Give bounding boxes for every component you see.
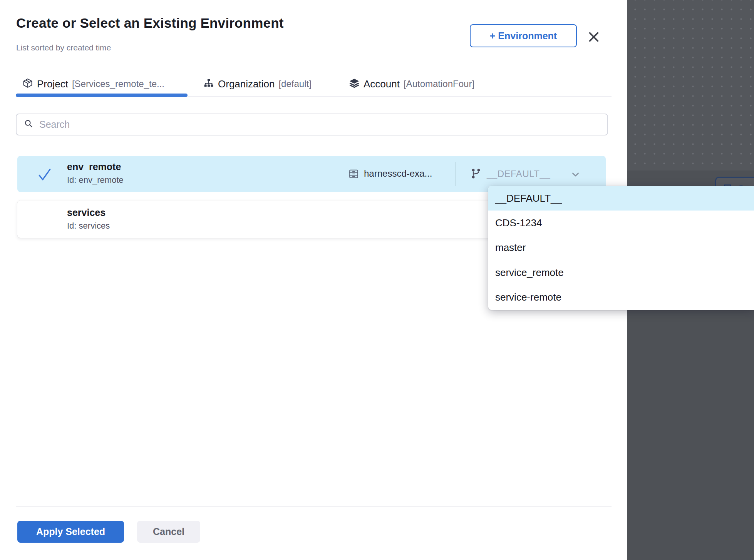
tab-project-scope: [Services_remote_te...	[72, 79, 164, 89]
environment-id: Id: env_remote	[67, 175, 124, 185]
tab-organization-label: Organization	[218, 78, 275, 90]
search-input[interactable]	[39, 114, 607, 135]
branch-option-default[interactable]: __DEFAULT__	[488, 186, 754, 211]
repository-name: harnesscd-exa...	[364, 168, 432, 179]
pipeline-canvas-backdrop	[627, 0, 754, 171]
branch-option-cds-1234[interactable]: CDS-1234	[488, 211, 754, 235]
tab-organization-scope: [default]	[278, 79, 311, 89]
sort-hint-text: List sorted by created time	[16, 43, 111, 52]
tab-project-label: Project	[37, 78, 68, 90]
tab-account-scope: [AutomationFour]	[404, 79, 474, 89]
page-title: Create or Select an Existing Environment	[16, 15, 284, 31]
repository-icon	[348, 168, 360, 181]
screen: Sav Create or Select an Existing Environ…	[0, 0, 754, 560]
tab-account[interactable]: Account [AutomationFour]	[349, 75, 474, 92]
footer-divider	[16, 506, 612, 507]
git-branch-icon	[470, 168, 482, 181]
check-icon	[37, 167, 53, 183]
environment-name: services	[67, 207, 110, 218]
cube-icon	[22, 78, 33, 90]
tab-account-label: Account	[364, 78, 400, 90]
environment-id: Id: services	[67, 221, 110, 231]
environment-info: env_remote Id: env_remote	[67, 161, 124, 185]
branch-option-service-underscore-remote[interactable]: service_remote	[488, 260, 754, 285]
branch-select-value[interactable]: __DEFAULT__	[487, 169, 550, 179]
branch-option-service-dash-remote[interactable]: service-remote	[488, 285, 754, 310]
close-icon[interactable]	[585, 28, 602, 45]
row-divider	[456, 162, 456, 186]
new-environment-button[interactable]: + Environment	[470, 24, 577, 47]
apply-selected-button[interactable]: Apply Selected	[17, 521, 124, 543]
search-icon	[23, 119, 34, 130]
active-tab-indicator	[16, 94, 188, 97]
layers-icon	[349, 78, 360, 90]
tab-project[interactable]: Project [Services_remote_te...	[22, 75, 164, 92]
environment-info: services Id: services	[67, 207, 110, 231]
chevron-down-icon[interactable]	[571, 170, 580, 181]
org-chart-icon	[203, 78, 214, 90]
search-container	[16, 114, 608, 135]
branch-option-master[interactable]: master	[488, 236, 754, 260]
branch-dropdown-menu: __DEFAULT__ CDS-1234 master service_remo…	[488, 186, 754, 310]
cancel-button[interactable]: Cancel	[137, 521, 200, 543]
environment-name: env_remote	[67, 161, 124, 172]
tab-organization[interactable]: Organization [default]	[203, 75, 312, 92]
